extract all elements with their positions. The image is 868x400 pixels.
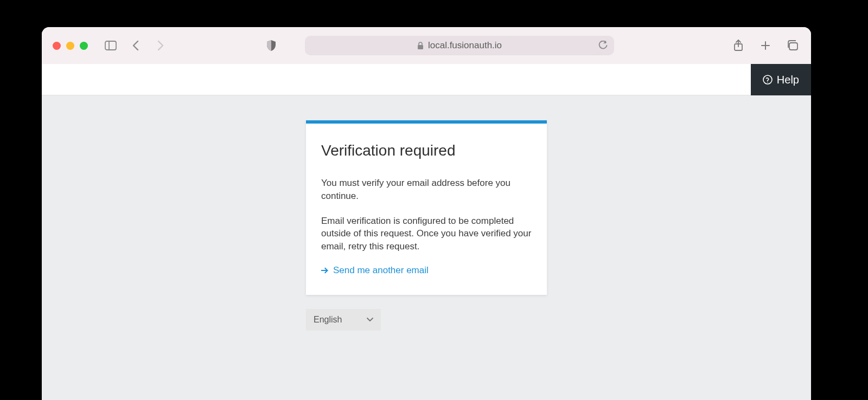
browser-toolbar: local.fusionauth.io xyxy=(42,27,811,64)
privacy-shield-icon[interactable] xyxy=(264,38,279,53)
svg-point-8 xyxy=(763,75,772,84)
svg-rect-7 xyxy=(789,43,797,50)
help-button[interactable]: Help xyxy=(751,64,811,95)
back-button[interactable] xyxy=(128,38,143,53)
verification-card: Verification required You must verify yo… xyxy=(306,120,547,295)
card-title: Verification required xyxy=(321,142,532,159)
svg-rect-2 xyxy=(418,45,423,49)
address-bar[interactable]: local.fusionauth.io xyxy=(305,36,614,55)
forward-button[interactable] xyxy=(153,38,168,53)
card-paragraph-2: Email verification is configured to be c… xyxy=(321,215,532,253)
lock-icon xyxy=(417,42,424,49)
resend-email-label: Send me another email xyxy=(333,265,429,276)
tab-overview-button[interactable] xyxy=(785,38,800,53)
maximize-window-button[interactable] xyxy=(80,42,88,50)
svg-point-9 xyxy=(767,82,768,83)
card-paragraph-1: You must verify your email address befor… xyxy=(321,177,532,203)
share-button[interactable] xyxy=(731,38,746,53)
app-header: Help xyxy=(42,64,811,95)
minimize-window-button[interactable] xyxy=(66,42,74,50)
close-window-button[interactable] xyxy=(53,42,61,50)
resend-email-link[interactable]: Send me another email xyxy=(321,265,429,276)
new-tab-button[interactable] xyxy=(758,38,773,53)
browser-window: local.fusionauth.io xyxy=(42,27,811,400)
main-content: Verification required You must verify yo… xyxy=(42,95,811,331)
language-selected-label: English xyxy=(314,315,342,325)
page-content: Help Verification required You must veri… xyxy=(42,64,811,400)
chevron-down-icon xyxy=(367,318,373,322)
language-select[interactable]: English xyxy=(306,309,381,331)
help-icon xyxy=(763,75,773,85)
address-url: local.fusionauth.io xyxy=(428,40,502,51)
help-label: Help xyxy=(777,74,799,86)
svg-rect-0 xyxy=(105,41,116,50)
reload-button[interactable] xyxy=(598,41,608,50)
window-controls xyxy=(53,42,88,50)
sidebar-toggle-button[interactable] xyxy=(103,38,118,53)
arrow-right-icon xyxy=(321,267,329,274)
